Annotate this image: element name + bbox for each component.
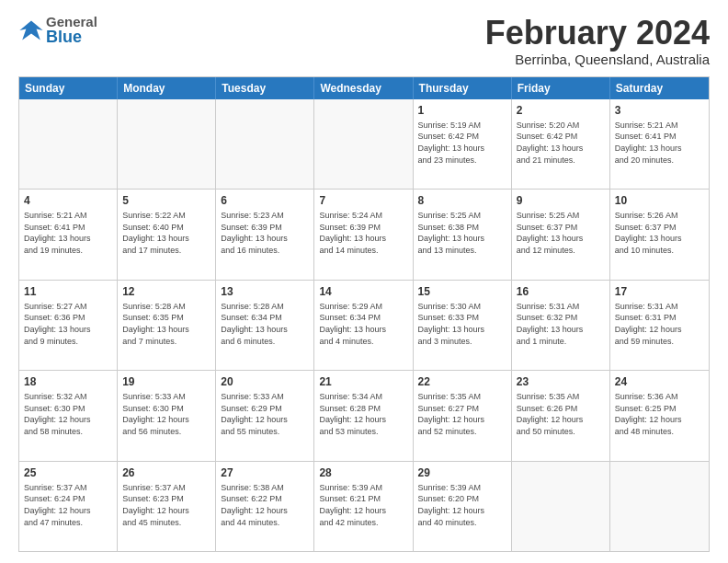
logo-general: General — [46, 15, 97, 29]
calendar-header-cell: Sunday — [19, 77, 118, 99]
calendar-cell: 4Sunrise: 5:21 AM Sunset: 6:41 PM Daylig… — [19, 190, 118, 279]
day-number: 25 — [24, 465, 112, 480]
location-title: Berrinba, Queensland, Australia — [485, 52, 710, 67]
day-number: 27 — [221, 465, 309, 480]
calendar-row: 11Sunrise: 5:27 AM Sunset: 6:36 PM Dayli… — [19, 280, 709, 370]
day-number: 22 — [418, 374, 506, 389]
cell-info: Sunrise: 5:33 AM Sunset: 6:29 PM Dayligh… — [221, 391, 309, 437]
calendar-header-cell: Monday — [118, 77, 216, 99]
cell-info: Sunrise: 5:27 AM Sunset: 6:36 PM Dayligh… — [24, 301, 112, 347]
cell-info: Sunrise: 5:23 AM Sunset: 6:39 PM Dayligh… — [221, 210, 309, 256]
svg-marker-0 — [19, 20, 42, 40]
cell-info: Sunrise: 5:37 AM Sunset: 6:23 PM Dayligh… — [122, 482, 210, 528]
calendar-cell: 23Sunrise: 5:35 AM Sunset: 6:26 PM Dayli… — [512, 371, 610, 460]
day-number: 7 — [319, 193, 407, 208]
calendar-cell: 24Sunrise: 5:36 AM Sunset: 6:25 PM Dayli… — [610, 371, 709, 460]
calendar-cell: 20Sunrise: 5:33 AM Sunset: 6:29 PM Dayli… — [216, 371, 314, 460]
calendar-header-cell: Tuesday — [216, 77, 314, 99]
day-number: 14 — [319, 284, 407, 299]
calendar-cell — [314, 99, 413, 189]
cell-info: Sunrise: 5:29 AM Sunset: 6:34 PM Dayligh… — [319, 301, 407, 347]
cell-info: Sunrise: 5:28 AM Sunset: 6:34 PM Dayligh… — [221, 301, 309, 347]
cell-info: Sunrise: 5:28 AM Sunset: 6:35 PM Dayligh… — [122, 301, 210, 347]
day-number: 1 — [418, 103, 506, 118]
day-number: 29 — [418, 465, 506, 480]
calendar-cell: 7Sunrise: 5:24 AM Sunset: 6:39 PM Daylig… — [314, 190, 413, 279]
calendar-cell: 16Sunrise: 5:31 AM Sunset: 6:32 PM Dayli… — [512, 281, 610, 370]
calendar-cell: 15Sunrise: 5:30 AM Sunset: 6:33 PM Dayli… — [414, 281, 512, 370]
cell-info: Sunrise: 5:31 AM Sunset: 6:32 PM Dayligh… — [517, 301, 605, 347]
day-number: 9 — [517, 193, 605, 208]
day-number: 20 — [221, 374, 309, 389]
logo-icon — [18, 17, 44, 43]
day-number: 19 — [122, 374, 210, 389]
day-number: 6 — [221, 193, 309, 208]
day-number: 11 — [24, 284, 112, 299]
calendar-cell: 18Sunrise: 5:32 AM Sunset: 6:30 PM Dayli… — [19, 371, 118, 460]
calendar-cell: 19Sunrise: 5:33 AM Sunset: 6:30 PM Dayli… — [118, 371, 216, 460]
day-number: 16 — [517, 284, 605, 299]
calendar-cell: 3Sunrise: 5:21 AM Sunset: 6:41 PM Daylig… — [610, 99, 709, 189]
calendar-cell: 29Sunrise: 5:39 AM Sunset: 6:20 PM Dayli… — [414, 462, 512, 551]
calendar-row: 18Sunrise: 5:32 AM Sunset: 6:30 PM Dayli… — [19, 370, 709, 460]
day-number: 15 — [418, 284, 506, 299]
calendar-header-cell: Thursday — [414, 77, 512, 99]
calendar-cell: 5Sunrise: 5:22 AM Sunset: 6:40 PM Daylig… — [118, 190, 216, 279]
day-number: 4 — [24, 193, 112, 208]
cell-info: Sunrise: 5:22 AM Sunset: 6:40 PM Dayligh… — [122, 210, 210, 256]
calendar-cell: 6Sunrise: 5:23 AM Sunset: 6:39 PM Daylig… — [216, 190, 314, 279]
day-number: 21 — [319, 374, 407, 389]
cell-info: Sunrise: 5:39 AM Sunset: 6:21 PM Dayligh… — [319, 482, 407, 528]
calendar-cell — [610, 462, 709, 551]
day-number: 28 — [319, 465, 407, 480]
cell-info: Sunrise: 5:39 AM Sunset: 6:20 PM Dayligh… — [418, 482, 506, 528]
calendar-cell: 8Sunrise: 5:25 AM Sunset: 6:38 PM Daylig… — [414, 190, 512, 279]
calendar-cell — [118, 99, 216, 189]
day-number: 8 — [418, 193, 506, 208]
cell-info: Sunrise: 5:24 AM Sunset: 6:39 PM Dayligh… — [319, 210, 407, 256]
cell-info: Sunrise: 5:25 AM Sunset: 6:38 PM Dayligh… — [418, 210, 506, 256]
calendar-cell — [216, 99, 314, 189]
cell-info: Sunrise: 5:32 AM Sunset: 6:30 PM Dayligh… — [24, 391, 112, 437]
calendar-row: 1Sunrise: 5:19 AM Sunset: 6:42 PM Daylig… — [19, 99, 709, 189]
logo: General Blue — [18, 15, 97, 45]
calendar-cell: 27Sunrise: 5:38 AM Sunset: 6:22 PM Dayli… — [216, 462, 314, 551]
calendar: SundayMondayTuesdayWednesdayThursdayFrid… — [18, 76, 710, 552]
calendar-cell: 12Sunrise: 5:28 AM Sunset: 6:35 PM Dayli… — [118, 281, 216, 370]
cell-info: Sunrise: 5:36 AM Sunset: 6:25 PM Dayligh… — [615, 391, 704, 437]
cell-info: Sunrise: 5:35 AM Sunset: 6:26 PM Dayligh… — [517, 391, 605, 437]
calendar-cell: 25Sunrise: 5:37 AM Sunset: 6:24 PM Dayli… — [19, 462, 118, 551]
day-number: 26 — [122, 465, 210, 480]
calendar-cell: 9Sunrise: 5:25 AM Sunset: 6:37 PM Daylig… — [512, 190, 610, 279]
cell-info: Sunrise: 5:25 AM Sunset: 6:37 PM Dayligh… — [517, 210, 605, 256]
cell-info: Sunrise: 5:21 AM Sunset: 6:41 PM Dayligh… — [24, 210, 112, 256]
day-number: 18 — [24, 374, 112, 389]
calendar-body: 1Sunrise: 5:19 AM Sunset: 6:42 PM Daylig… — [19, 99, 709, 551]
cell-info: Sunrise: 5:37 AM Sunset: 6:24 PM Dayligh… — [24, 482, 112, 528]
calendar-cell: 22Sunrise: 5:35 AM Sunset: 6:27 PM Dayli… — [414, 371, 512, 460]
day-number: 2 — [517, 103, 605, 118]
day-number: 17 — [615, 284, 704, 299]
day-number: 12 — [122, 284, 210, 299]
calendar-header: SundayMondayTuesdayWednesdayThursdayFrid… — [19, 77, 709, 99]
cell-info: Sunrise: 5:30 AM Sunset: 6:33 PM Dayligh… — [418, 301, 506, 347]
day-number: 3 — [615, 103, 704, 118]
calendar-cell: 28Sunrise: 5:39 AM Sunset: 6:21 PM Dayli… — [314, 462, 413, 551]
logo-text: General Blue — [46, 15, 97, 45]
calendar-cell: 13Sunrise: 5:28 AM Sunset: 6:34 PM Dayli… — [216, 281, 314, 370]
title-block: February 2024 Berrinba, Queensland, Aust… — [485, 15, 710, 67]
month-title: February 2024 — [485, 15, 710, 52]
calendar-cell: 26Sunrise: 5:37 AM Sunset: 6:23 PM Dayli… — [118, 462, 216, 551]
calendar-cell: 17Sunrise: 5:31 AM Sunset: 6:31 PM Dayli… — [610, 281, 709, 370]
calendar-header-cell: Friday — [512, 77, 610, 99]
calendar-cell — [512, 462, 610, 551]
calendar-row: 4Sunrise: 5:21 AM Sunset: 6:41 PM Daylig… — [19, 189, 709, 279]
day-number: 5 — [122, 193, 210, 208]
calendar-cell: 21Sunrise: 5:34 AM Sunset: 6:28 PM Dayli… — [314, 371, 413, 460]
logo-blue: Blue — [46, 29, 97, 45]
cell-info: Sunrise: 5:21 AM Sunset: 6:41 PM Dayligh… — [615, 120, 704, 166]
cell-info: Sunrise: 5:38 AM Sunset: 6:22 PM Dayligh… — [221, 482, 309, 528]
cell-info: Sunrise: 5:34 AM Sunset: 6:28 PM Dayligh… — [319, 391, 407, 437]
calendar-cell: 14Sunrise: 5:29 AM Sunset: 6:34 PM Dayli… — [314, 281, 413, 370]
cell-info: Sunrise: 5:33 AM Sunset: 6:30 PM Dayligh… — [122, 391, 210, 437]
